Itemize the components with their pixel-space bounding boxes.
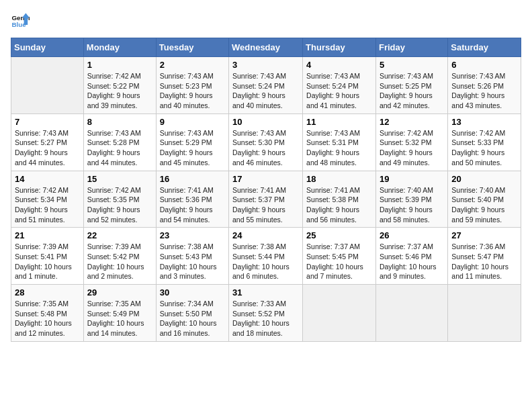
- week-row-3: 21Sunrise: 7:39 AMSunset: 5:41 PMDayligh…: [11, 228, 521, 285]
- day-number: 16: [160, 174, 225, 184]
- day-number: 4: [306, 60, 372, 70]
- calendar-cell: 15Sunrise: 7:42 AMSunset: 5:35 PMDayligh…: [83, 171, 156, 228]
- day-info: Sunrise: 7:43 AMSunset: 5:24 PMDaylight:…: [232, 71, 299, 111]
- calendar-cell: 14Sunrise: 7:42 AMSunset: 5:34 PMDayligh…: [11, 171, 84, 228]
- day-number: 20: [451, 174, 517, 184]
- day-number: 26: [380, 230, 444, 240]
- day-info: Sunrise: 7:36 AMSunset: 5:47 PMDaylight:…: [451, 242, 517, 281]
- day-number: 13: [451, 117, 517, 127]
- day-info: Sunrise: 7:41 AMSunset: 5:36 PMDaylight:…: [160, 185, 225, 225]
- day-info: Sunrise: 7:43 AMSunset: 5:31 PMDaylight:…: [306, 128, 372, 168]
- day-info: Sunrise: 7:35 AMSunset: 5:49 PMDaylight:…: [87, 299, 152, 338]
- day-info: Sunrise: 7:38 AMSunset: 5:43 PMDaylight:…: [160, 242, 225, 281]
- calendar-cell: 22Sunrise: 7:39 AMSunset: 5:42 PMDayligh…: [83, 228, 156, 285]
- weekday-header-row: SundayMondayTuesdayWednesdayThursdayFrid…: [11, 38, 521, 57]
- day-number: 1: [87, 60, 152, 70]
- day-info: Sunrise: 7:42 AMSunset: 5:22 PMDaylight:…: [87, 71, 152, 111]
- calendar-cell: 25Sunrise: 7:37 AMSunset: 5:45 PMDayligh…: [303, 228, 376, 285]
- day-info: Sunrise: 7:35 AMSunset: 5:48 PMDaylight:…: [15, 299, 80, 338]
- calendar-cell: 1Sunrise: 7:42 AMSunset: 5:22 PMDaylight…: [83, 57, 156, 114]
- day-info: Sunrise: 7:37 AMSunset: 5:45 PMDaylight:…: [306, 242, 372, 281]
- calendar-cell: 20Sunrise: 7:40 AMSunset: 5:40 PMDayligh…: [448, 171, 521, 228]
- day-number: 14: [15, 174, 80, 184]
- calendar-cell: 10Sunrise: 7:43 AMSunset: 5:30 PMDayligh…: [229, 113, 303, 171]
- weekday-header-friday: Friday: [375, 38, 447, 57]
- day-number: 8: [87, 117, 152, 127]
- day-info: Sunrise: 7:43 AMSunset: 5:27 PMDaylight:…: [15, 128, 80, 168]
- calendar-cell: 9Sunrise: 7:43 AMSunset: 5:29 PMDaylight…: [156, 113, 228, 171]
- calendar-cell: 3Sunrise: 7:43 AMSunset: 5:24 PMDaylight…: [229, 57, 303, 114]
- weekday-header-thursday: Thursday: [303, 38, 376, 57]
- weekday-header-sunday: Sunday: [11, 38, 84, 57]
- day-info: Sunrise: 7:34 AMSunset: 5:50 PMDaylight:…: [160, 299, 225, 338]
- day-number: 7: [15, 117, 80, 127]
- calendar-cell: 11Sunrise: 7:43 AMSunset: 5:31 PMDayligh…: [303, 113, 376, 171]
- week-row-1: 7Sunrise: 7:43 AMSunset: 5:27 PMDaylight…: [11, 113, 521, 171]
- day-number: 29: [87, 287, 152, 298]
- calendar-cell: [11, 57, 84, 114]
- day-info: Sunrise: 7:43 AMSunset: 5:30 PMDaylight:…: [232, 128, 299, 168]
- calendar-cell: 24Sunrise: 7:38 AMSunset: 5:44 PMDayligh…: [229, 228, 303, 285]
- day-number: 30: [160, 287, 225, 298]
- day-info: Sunrise: 7:41 AMSunset: 5:37 PMDaylight:…: [232, 185, 299, 225]
- calendar-cell: 6Sunrise: 7:43 AMSunset: 5:26 PMDaylight…: [448, 57, 521, 114]
- day-info: Sunrise: 7:42 AMSunset: 5:33 PMDaylight:…: [451, 128, 517, 168]
- day-info: Sunrise: 7:43 AMSunset: 5:25 PMDaylight:…: [380, 71, 444, 111]
- calendar-cell: 23Sunrise: 7:38 AMSunset: 5:43 PMDayligh…: [156, 228, 228, 285]
- day-number: 5: [380, 60, 444, 70]
- day-info: Sunrise: 7:40 AMSunset: 5:39 PMDaylight:…: [380, 185, 444, 225]
- day-info: Sunrise: 7:43 AMSunset: 5:29 PMDaylight:…: [160, 128, 225, 168]
- calendar-cell: 30Sunrise: 7:34 AMSunset: 5:50 PMDayligh…: [156, 285, 228, 342]
- logo-icon: General Blue: [11, 11, 30, 30]
- day-number: 10: [232, 117, 299, 127]
- day-number: 17: [232, 174, 299, 184]
- day-info: Sunrise: 7:42 AMSunset: 5:34 PMDaylight:…: [15, 185, 80, 225]
- day-number: 12: [380, 117, 444, 127]
- calendar-cell: [303, 285, 376, 342]
- day-info: Sunrise: 7:43 AMSunset: 5:26 PMDaylight:…: [451, 71, 517, 111]
- day-info: Sunrise: 7:39 AMSunset: 5:41 PMDaylight:…: [15, 242, 80, 281]
- day-number: 28: [15, 287, 80, 298]
- calendar-cell: 7Sunrise: 7:43 AMSunset: 5:27 PMDaylight…: [11, 113, 84, 171]
- day-number: 31: [232, 287, 299, 298]
- day-info: Sunrise: 7:43 AMSunset: 5:28 PMDaylight:…: [87, 128, 152, 168]
- calendar-cell: [448, 285, 521, 342]
- day-info: Sunrise: 7:42 AMSunset: 5:32 PMDaylight:…: [380, 128, 444, 168]
- calendar-cell: 8Sunrise: 7:43 AMSunset: 5:28 PMDaylight…: [83, 113, 156, 171]
- day-info: Sunrise: 7:33 AMSunset: 5:52 PMDaylight:…: [232, 299, 299, 338]
- day-number: 9: [160, 117, 225, 127]
- calendar-cell: 21Sunrise: 7:39 AMSunset: 5:41 PMDayligh…: [11, 228, 84, 285]
- calendar-cell: 18Sunrise: 7:41 AMSunset: 5:38 PMDayligh…: [303, 171, 376, 228]
- weekday-header-saturday: Saturday: [448, 38, 521, 57]
- calendar-cell: 19Sunrise: 7:40 AMSunset: 5:39 PMDayligh…: [375, 171, 447, 228]
- day-number: 19: [380, 174, 444, 184]
- weekday-header-monday: Monday: [83, 38, 156, 57]
- calendar-cell: 4Sunrise: 7:43 AMSunset: 5:24 PMDaylight…: [303, 57, 376, 114]
- calendar-body: 1Sunrise: 7:42 AMSunset: 5:22 PMDaylight…: [11, 57, 521, 342]
- day-info: Sunrise: 7:37 AMSunset: 5:46 PMDaylight:…: [380, 242, 444, 281]
- week-row-4: 28Sunrise: 7:35 AMSunset: 5:48 PMDayligh…: [11, 285, 521, 342]
- calendar-cell: 5Sunrise: 7:43 AMSunset: 5:25 PMDaylight…: [375, 57, 447, 114]
- header: General Blue: [11, 11, 521, 30]
- weekday-header-tuesday: Tuesday: [156, 38, 228, 57]
- calendar-cell: 28Sunrise: 7:35 AMSunset: 5:48 PMDayligh…: [11, 285, 84, 342]
- day-number: 15: [87, 174, 152, 184]
- day-number: 27: [451, 230, 517, 240]
- calendar-cell: [375, 285, 447, 342]
- day-number: 18: [306, 174, 372, 184]
- calendar-cell: 27Sunrise: 7:36 AMSunset: 5:47 PMDayligh…: [448, 228, 521, 285]
- week-row-2: 14Sunrise: 7:42 AMSunset: 5:34 PMDayligh…: [11, 171, 521, 228]
- day-number: 23: [160, 230, 225, 240]
- calendar-cell: 29Sunrise: 7:35 AMSunset: 5:49 PMDayligh…: [83, 285, 156, 342]
- calendar-cell: 2Sunrise: 7:43 AMSunset: 5:23 PMDaylight…: [156, 57, 228, 114]
- day-number: 3: [232, 60, 299, 70]
- weekday-header-wednesday: Wednesday: [229, 38, 303, 57]
- calendar-table: SundayMondayTuesdayWednesdayThursdayFrid…: [11, 38, 521, 342]
- week-row-0: 1Sunrise: 7:42 AMSunset: 5:22 PMDaylight…: [11, 57, 521, 114]
- day-number: 2: [160, 60, 225, 70]
- day-info: Sunrise: 7:43 AMSunset: 5:24 PMDaylight:…: [306, 71, 372, 111]
- day-info: Sunrise: 7:42 AMSunset: 5:35 PMDaylight:…: [87, 185, 152, 225]
- day-info: Sunrise: 7:43 AMSunset: 5:23 PMDaylight:…: [160, 71, 225, 111]
- calendar-cell: 26Sunrise: 7:37 AMSunset: 5:46 PMDayligh…: [375, 228, 447, 285]
- calendar-cell: 16Sunrise: 7:41 AMSunset: 5:36 PMDayligh…: [156, 171, 228, 228]
